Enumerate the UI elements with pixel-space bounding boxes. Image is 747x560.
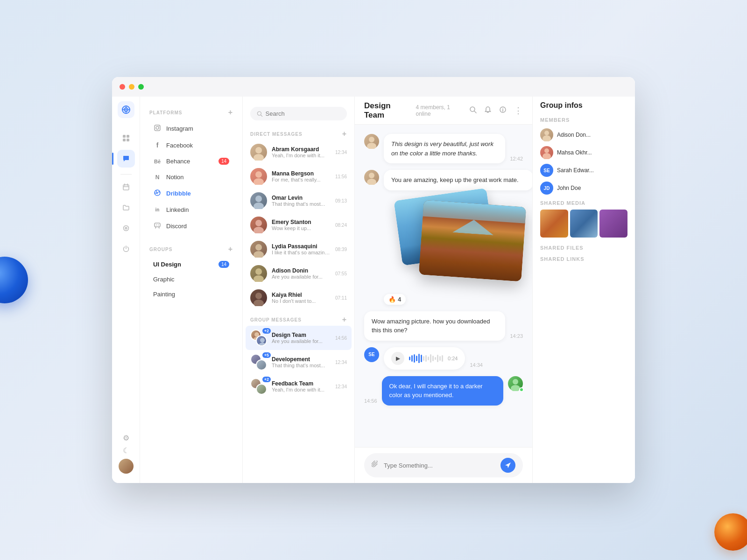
chat-input[interactable] xyxy=(384,462,496,469)
msg-name-omar: Omar Levin xyxy=(272,195,331,201)
msg-item-design-team[interactable]: +2 Design Team Are you available for... … xyxy=(246,326,352,350)
search-chat-icon[interactable] xyxy=(469,106,477,115)
msg-item-manna[interactable]: Manna Bergson For me, that's really... 1… xyxy=(243,164,354,189)
group-item-painting[interactable]: Painting xyxy=(144,287,239,301)
media-thumb-2[interactable] xyxy=(570,210,598,238)
platform-item-discord[interactable]: Discord xyxy=(144,218,239,234)
nav-icon-folder[interactable] xyxy=(117,199,135,217)
dot-maximize[interactable] xyxy=(138,84,144,90)
search-input[interactable] xyxy=(266,110,340,117)
info-icon[interactable] xyxy=(499,106,507,115)
media-thumb-3[interactable] xyxy=(599,210,627,238)
svg-point-24 xyxy=(255,147,262,154)
svg-point-27 xyxy=(254,178,264,185)
media-stack xyxy=(384,194,532,287)
add-platform-button[interactable]: + xyxy=(228,109,233,116)
msg-item-adison[interactable]: Adison Donin Are you available for... 07… xyxy=(243,261,354,286)
nav-icon-power[interactable] xyxy=(117,240,135,258)
msg-item-abram[interactable]: Abram Korsgaard Yeah, I'm done with it..… xyxy=(243,140,354,164)
reaction-container: 🔥 4 xyxy=(384,294,523,305)
user-avatar[interactable] xyxy=(119,459,134,474)
send-button[interactable] xyxy=(500,458,515,473)
msg-preview-omar: That thing that's most... xyxy=(272,201,331,207)
platform-item-behance[interactable]: Bē Behance 14 xyxy=(144,154,239,169)
settings-icon[interactable]: ⚙ xyxy=(123,434,129,442)
svg-point-53 xyxy=(544,131,549,135)
msg-info-design-team: Design Team Are you available for... xyxy=(272,332,331,344)
member-avatar-john: JD xyxy=(540,182,553,195)
svg-point-20 xyxy=(156,224,157,225)
avatar-adison-dm xyxy=(250,265,267,282)
bubble-text-2: You are amazing, keep up the great work … xyxy=(384,170,532,190)
dot-minimize[interactable] xyxy=(129,84,134,90)
member-name-mahsa: Mahsa Okhr... xyxy=(557,149,592,156)
add-group-button[interactable]: + xyxy=(228,245,233,253)
group-item-ui-design[interactable]: UI Design 14 xyxy=(144,257,239,272)
more-options-icon[interactable]: ⋮ xyxy=(514,105,523,116)
reaction-bar[interactable]: 🔥 4 xyxy=(384,294,406,305)
svg-rect-7 xyxy=(127,139,129,141)
audio-play-button[interactable]: ▶ xyxy=(391,352,404,365)
msg-item-developement[interactable]: +5 Developement That thing that's most..… xyxy=(243,350,354,374)
bubble-with-media: You are amazing, keep up the great work … xyxy=(384,170,532,287)
member-item-sarah: SE Sarah Edwar... xyxy=(540,164,627,177)
svg-point-55 xyxy=(544,148,549,153)
platform-item-instagram[interactable]: Instagram xyxy=(144,120,239,137)
nav-icon-grid[interactable] xyxy=(117,129,135,147)
svg-point-34 xyxy=(255,268,262,275)
msg-name-lydia: Lydia Passaquini xyxy=(272,243,331,250)
platform-name-linkedin: Linkedin xyxy=(166,206,189,213)
msg-item-kaiya[interactable]: Kaiya Rhiel No I don't want to... 07:11 xyxy=(243,286,354,310)
search-icon xyxy=(257,111,263,117)
logo xyxy=(118,101,134,118)
dot-close[interactable] xyxy=(120,84,125,90)
msg-time-kaiya: 07:11 xyxy=(335,295,347,301)
sender-avatar-2 xyxy=(364,170,379,185)
svg-point-49 xyxy=(369,173,374,178)
member-item-adison: Adison Don... xyxy=(540,128,627,141)
svg-rect-19 xyxy=(155,223,160,227)
msg-item-lydia[interactable]: Lydia Passaquini I like it that's so ama… xyxy=(243,237,354,261)
avatar-omar xyxy=(250,192,267,209)
svg-point-52 xyxy=(511,385,520,391)
search-box[interactable] xyxy=(250,107,347,120)
svg-point-50 xyxy=(367,179,376,185)
svg-point-54 xyxy=(543,135,551,141)
nav-icon-camera[interactable] xyxy=(117,219,135,237)
msg-item-emery[interactable]: Emery Stanton Wow keep it up... 08:24 xyxy=(243,213,354,237)
chat-header-icons: ⋮ xyxy=(469,105,523,116)
audio-waveform xyxy=(409,353,443,364)
bell-icon[interactable] xyxy=(484,106,492,115)
app-window: ⚙ ☾ PLATFORMS + Instagram f Facebook xyxy=(112,77,635,483)
member-avatar-adison xyxy=(540,128,553,141)
media-thumb-1[interactable] xyxy=(540,210,568,238)
msg-time-omar: 09:13 xyxy=(335,198,347,203)
platform-name-instagram: Instagram xyxy=(166,125,193,132)
msg-item-feedback-team[interactable]: +2 Feedback Team Yeah, I'm done with it.… xyxy=(243,374,354,399)
nav-icon-calendar[interactable] xyxy=(117,178,135,196)
left-nav-bottom: ⚙ ☾ xyxy=(119,434,134,474)
msg-item-omar[interactable]: Omar Levin That thing that's most... 09:… xyxy=(243,189,354,213)
reaction-count: 4 xyxy=(398,296,401,303)
svg-line-43 xyxy=(474,111,476,113)
group-item-graphic[interactable]: Graphic xyxy=(144,272,239,287)
audio-bubble[interactable]: ▶ xyxy=(384,347,465,370)
platform-item-linkedin[interactable]: in Linkedin xyxy=(144,202,239,217)
platform-item-notion[interactable]: N Notion xyxy=(144,169,239,185)
nav-icon-chat[interactable] xyxy=(117,150,135,168)
chat-message-2: You are amazing, keep up the great work … xyxy=(364,170,523,287)
notion-icon: N xyxy=(153,174,162,181)
svg-line-23 xyxy=(261,115,262,116)
platform-item-facebook[interactable]: f Facebook xyxy=(144,137,239,153)
group-name-ui-design: UI Design xyxy=(153,261,181,268)
add-direct-message-button[interactable]: + xyxy=(342,130,347,138)
platform-item-dribbble[interactable]: Dribbble xyxy=(144,185,239,202)
svg-rect-6 xyxy=(123,139,126,141)
attach-icon[interactable] xyxy=(372,461,379,470)
theme-toggle-icon[interactable]: ☾ xyxy=(123,446,129,455)
shared-media-grid xyxy=(540,210,627,238)
add-group-message-button[interactable]: + xyxy=(342,315,347,324)
groups-section-title: GROUPS + xyxy=(140,238,242,257)
msg-name-kaiya: Kaiya Rhiel xyxy=(272,292,331,298)
shared-media-section-title: SHARED MEDIA xyxy=(540,200,627,206)
